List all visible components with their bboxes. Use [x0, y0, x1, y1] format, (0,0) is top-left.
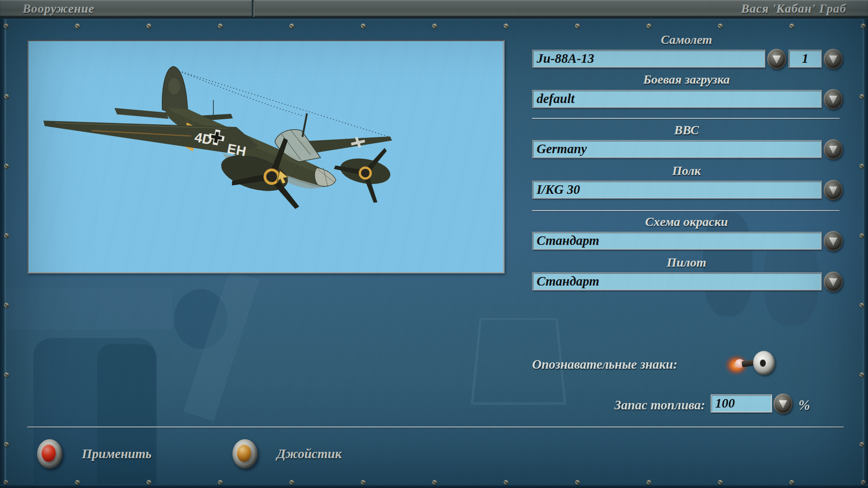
rivet-icon [289, 480, 294, 485]
regiment-label: Полк [532, 164, 841, 178]
background-plank-shape [184, 270, 260, 421]
airforce-select[interactable]: Germany [532, 140, 822, 158]
rivet-icon [4, 303, 9, 308]
rivet-icon [432, 23, 437, 28]
rivet-icon [861, 23, 866, 28]
fuel-arrow-button[interactable] [774, 394, 793, 414]
chevron-down-icon [829, 237, 838, 246]
pilot-label: Пилот [532, 255, 841, 270]
chevron-down-icon [829, 278, 838, 286]
rivet-icon [75, 23, 80, 28]
rivet-icon [218, 480, 223, 485]
player-name: Вася 'Кабан' Граб [741, 2, 846, 16]
airforce-label: ВВС [532, 123, 841, 137]
separator [532, 210, 840, 211]
paint-scheme-select-arrow-button[interactable] [824, 231, 843, 251]
aircraft-preview-panel: 4D EH [27, 40, 505, 273]
title-bar-shadow [0, 17, 868, 20]
rivet-icon [4, 94, 9, 99]
rivet-icon [646, 480, 651, 485]
rivet-icon [575, 23, 580, 28]
separator [27, 427, 844, 427]
loadout-select[interactable]: default [532, 90, 822, 108]
chevron-down-icon [829, 145, 838, 154]
frame-edge-bottom [0, 484, 868, 488]
armament-screen: Вооружение Вася 'Кабан' Граб [0, 0, 868, 488]
rivet-icon [718, 23, 723, 28]
pilot-select[interactable]: Стандарт [532, 272, 822, 291]
rivet-icon [575, 480, 580, 485]
rivet-icon [504, 23, 509, 28]
markings-toggle-switch[interactable] [722, 347, 782, 381]
fuel-unit: % [798, 397, 810, 413]
regiment-select-arrow-button[interactable] [824, 180, 843, 200]
aircraft-count-field[interactable]: 1 [788, 50, 822, 68]
rivet-icon [4, 23, 9, 28]
rivet-icon [218, 23, 223, 28]
apply-button[interactable] [37, 439, 62, 469]
rivet-icon [4, 372, 9, 377]
chevron-down-icon [829, 55, 838, 64]
loadout-select-arrow-button[interactable] [824, 89, 843, 109]
rivet-icon [146, 480, 151, 485]
aircraft-select-arrow-button[interactable] [767, 49, 786, 69]
rivet-icon [859, 233, 864, 238]
pilot-select-arrow-button[interactable] [824, 272, 843, 292]
joystick-button-label[interactable]: Джойстик [277, 446, 342, 461]
airforce-select-arrow-button[interactable] [824, 139, 843, 160]
rivet-icon [789, 480, 794, 485]
background-table-shape [0, 288, 172, 330]
rivet-icon [789, 23, 794, 28]
chevron-down-icon [829, 186, 838, 195]
separator [532, 118, 840, 119]
rivet-icon [4, 233, 9, 238]
title-bar-right: Вася 'Кабан' Граб [255, 0, 868, 17]
apply-button-label[interactable]: Применить [82, 446, 151, 461]
background-wheel-shape [174, 289, 227, 349]
rivet-icon [859, 372, 864, 377]
rivet-icon [859, 94, 864, 99]
rivet-icon [504, 480, 509, 485]
fuel-label: Запас топлива: [524, 398, 705, 413]
joystick-button[interactable] [232, 439, 258, 469]
rivet-icon [718, 480, 723, 485]
amber-button-icon [236, 444, 251, 462]
chevron-down-icon [772, 55, 782, 64]
red-button-icon [41, 444, 56, 462]
rivet-icon [4, 164, 9, 169]
chevron-down-icon [778, 400, 788, 408]
rivet-icon [289, 23, 294, 28]
paint-scheme-label: Схема окраски [532, 215, 841, 229]
aircraft-count-arrow-button[interactable] [824, 49, 843, 69]
rivet-icon [4, 442, 9, 447]
chevron-down-icon [829, 95, 838, 104]
rivet-icon [859, 442, 864, 447]
page-title: Вооружение [23, 2, 94, 16]
rivet-icon [361, 480, 366, 485]
rivet-icon [861, 480, 866, 485]
aircraft-image: 4D EH [28, 41, 503, 272]
rivet-icon [361, 23, 366, 28]
markings-label: Опознавательные знаки: [532, 357, 678, 372]
frame-edge-left [0, 19, 6, 488]
title-bar-left: Вооружение [0, 0, 252, 17]
aircraft-label: Самолет [532, 33, 841, 47]
background-barrel-shape [97, 344, 157, 488]
rivet-icon [859, 164, 864, 169]
rivet-icon [646, 23, 651, 28]
rivet-icon [75, 480, 80, 485]
regiment-select[interactable]: I/KG 30 [532, 181, 822, 199]
rivet-icon [146, 23, 151, 28]
frame-edge-right [863, 19, 868, 488]
rivet-icon [432, 480, 437, 485]
paint-scheme-select[interactable]: Стандарт [532, 232, 822, 250]
loadout-label: Боевая загрузка [532, 72, 841, 87]
rivet-icon [4, 480, 9, 485]
aircraft-select[interactable]: Ju-88A-13 [532, 50, 765, 68]
fuel-input[interactable]: 100 [711, 394, 772, 413]
rivet-icon [859, 303, 864, 308]
